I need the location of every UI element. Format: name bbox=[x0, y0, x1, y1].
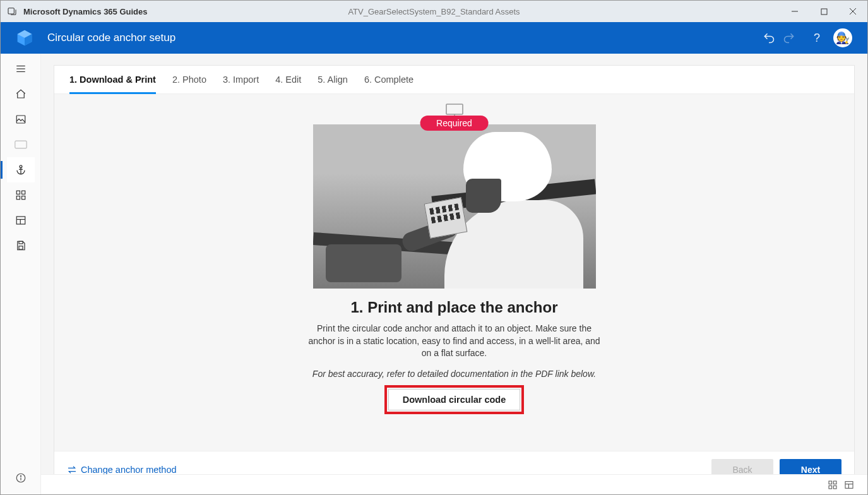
redo-button[interactable] bbox=[779, 32, 799, 44]
svg-rect-18 bbox=[16, 196, 20, 200]
tab-photo[interactable]: 2. Photo bbox=[172, 75, 206, 93]
dynamics-logo-icon bbox=[16, 29, 33, 47]
tab-edit[interactable]: 4. Edit bbox=[275, 75, 301, 93]
change-anchor-method-label: Change anchor method bbox=[81, 465, 177, 475]
svg-rect-11 bbox=[16, 116, 25, 123]
help-button[interactable]: ? bbox=[807, 32, 827, 45]
svg-rect-33 bbox=[829, 486, 832, 489]
hero-image bbox=[313, 124, 596, 289]
tab-import[interactable]: 3. Import bbox=[223, 75, 259, 93]
window-controls bbox=[780, 1, 867, 22]
rail-menu-button[interactable] bbox=[7, 56, 35, 81]
left-rail bbox=[1, 54, 41, 494]
swap-icon bbox=[67, 465, 77, 474]
header-bar: Circular code anchor setup ? 🧑‍🔧 bbox=[1, 22, 867, 54]
title-left: Microsoft Dynamics 365 Guides bbox=[1, 6, 148, 16]
required-badge: Required bbox=[420, 116, 489, 131]
status-grid-icon[interactable] bbox=[824, 480, 841, 490]
svg-rect-0 bbox=[8, 8, 14, 14]
rail-keyboard-button[interactable] bbox=[7, 132, 35, 157]
step-description: Print the circular code anchor and attac… bbox=[303, 323, 606, 360]
svg-rect-31 bbox=[829, 481, 832, 484]
page-title: Circular code anchor setup bbox=[47, 32, 175, 44]
step-tabs: 1. Download & Print 2. Photo 3. Import 4… bbox=[54, 66, 854, 94]
svg-rect-24 bbox=[19, 246, 23, 249]
step-content: Required 1. Print and place the bbox=[54, 94, 854, 451]
svg-point-27 bbox=[20, 475, 21, 476]
svg-rect-16 bbox=[16, 191, 20, 194]
app-title: Microsoft Dynamics 365 Guides bbox=[23, 7, 148, 16]
close-button[interactable] bbox=[838, 1, 867, 22]
download-highlight: Download circular code bbox=[384, 385, 525, 414]
title-bar: Microsoft Dynamics 365 Guides ATV_GearSe… bbox=[1, 1, 867, 22]
rail-layout-button[interactable] bbox=[7, 208, 35, 233]
tab-align[interactable]: 5. Align bbox=[318, 75, 348, 93]
svg-rect-19 bbox=[21, 196, 25, 200]
rail-apps-button[interactable] bbox=[7, 182, 35, 208]
step-note: For best accuracy, refer to detailed doc… bbox=[312, 369, 596, 379]
workspace: 1. Download & Print 2. Photo 3. Import 4… bbox=[1, 54, 867, 494]
rail-image-button[interactable] bbox=[7, 107, 35, 132]
download-circular-code-button[interactable]: Download circular code bbox=[388, 389, 521, 410]
svg-rect-23 bbox=[19, 241, 23, 244]
tab-complete[interactable]: 6. Complete bbox=[364, 75, 413, 93]
svg-rect-17 bbox=[21, 191, 25, 194]
rail-anchor-button[interactable] bbox=[7, 157, 35, 182]
status-row bbox=[41, 474, 867, 494]
main-area: 1. Download & Print 2. Photo 3. Import 4… bbox=[41, 54, 867, 494]
app-icon bbox=[7, 6, 17, 16]
minimize-button[interactable] bbox=[780, 1, 809, 22]
wizard-card: 1. Download & Print 2. Photo 3. Import 4… bbox=[54, 65, 855, 488]
svg-rect-35 bbox=[845, 481, 853, 488]
svg-rect-20 bbox=[16, 217, 25, 224]
svg-rect-28 bbox=[446, 104, 463, 114]
tab-download-print[interactable]: 1. Download & Print bbox=[69, 75, 156, 93]
status-layout-icon[interactable] bbox=[841, 480, 857, 490]
svg-rect-2 bbox=[821, 9, 827, 15]
user-avatar[interactable]: 🧑‍🔧 bbox=[833, 28, 852, 47]
step-title: 1. Print and place the anchor bbox=[350, 299, 557, 316]
app-window: Microsoft Dynamics 365 Guides ATV_GearSe… bbox=[0, 0, 868, 495]
svg-rect-12 bbox=[15, 141, 26, 148]
undo-button[interactable] bbox=[759, 32, 779, 44]
svg-rect-32 bbox=[833, 481, 836, 484]
hero-wrap: Required bbox=[313, 124, 596, 289]
svg-rect-34 bbox=[833, 486, 836, 489]
rail-home-button[interactable] bbox=[7, 81, 35, 107]
maximize-button[interactable] bbox=[809, 1, 838, 22]
change-anchor-method-link[interactable]: Change anchor method bbox=[67, 465, 177, 475]
svg-point-13 bbox=[20, 165, 22, 168]
rail-save-button[interactable] bbox=[7, 233, 35, 258]
file-name: ATV_GearSelectSystem_B92_Standard Assets bbox=[348, 7, 520, 16]
rail-info-button[interactable] bbox=[7, 465, 35, 491]
